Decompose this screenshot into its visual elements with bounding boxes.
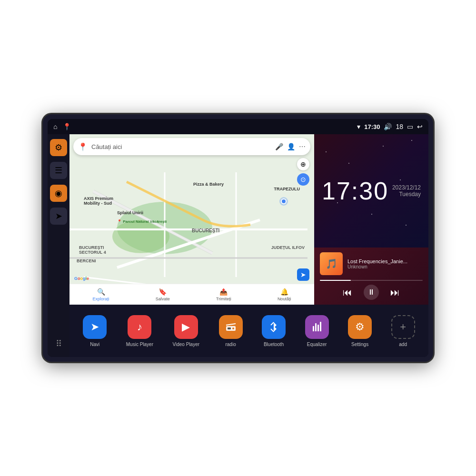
music-text: Lost Frequencies_Janie... Unknown (347, 258, 423, 269)
map-nav-explore[interactable]: 🔍 Explorați (93, 288, 109, 301)
svg-line-13 (226, 324, 236, 325)
svg-point-14 (232, 327, 234, 329)
app-radio[interactable]: radio (219, 315, 243, 347)
map-section[interactable]: 📍 Căutați aici 🎤 👤 ⋯ AXIS PremiumMobilit… (69, 134, 314, 305)
map-label-sec4: BUCUREȘTISECTORUL 4 (79, 245, 106, 255)
music-player-label: Music Player (126, 342, 153, 347)
star-7 (406, 225, 407, 226)
map-label-trap: TRAPEZULU (274, 187, 300, 191)
prev-button[interactable]: ⏮ (343, 287, 352, 298)
user-icon[interactable]: 👤 (287, 143, 295, 150)
app-equalizer[interactable]: Equalizer (305, 315, 329, 347)
sidebar-btn-location[interactable]: ◉ (50, 185, 67, 202)
video-player-label: Video Player (173, 342, 200, 347)
map-bottom-nav: 🔍 Explorați 🔖 Salvate 📤 Trimiteți (69, 284, 314, 305)
radio-icon (219, 315, 243, 339)
sidebar-btn-nav[interactable]: ➤ (50, 208, 67, 225)
map-label-ilfov: JUDEȚUL ILFOV (271, 245, 305, 250)
map-label-parc: 📍 Parcul Natural Văcărești (117, 219, 167, 224)
sidebar-btn-grid[interactable]: ⠿ (50, 335, 67, 352)
star-8 (411, 140, 412, 141)
back-icon[interactable]: ↩ (417, 123, 423, 130)
map-label-axis: AXIS PremiumMobility - Sud (84, 196, 113, 206)
bluetooth-label: Bluetooth (264, 342, 284, 347)
settings-app-icon: ⚙ (348, 315, 372, 339)
status-time: 17:30 (364, 123, 380, 130)
equalizer-icon (305, 315, 329, 339)
music-widget: 🎵 Lost Frequencies_Janie... Unknown (314, 248, 428, 305)
settings-label: Settings (351, 342, 368, 347)
news-icon: 🔔 (280, 288, 288, 296)
device-screen: ⌂ 📍 ▾ 17:30 🔊 18 ▭ ↩ ⚙ ☰ (48, 119, 428, 357)
map-label-pizza: Pizza & Bakery (193, 182, 224, 187)
location-dot (281, 198, 287, 204)
nav-icon: ➤ (55, 211, 62, 221)
play-pause-button[interactable]: ⏸ (364, 285, 379, 300)
add-icon: + (391, 315, 415, 339)
grid-icon: ⠿ (56, 338, 62, 349)
device-frame: ⌂ 📍 ▾ 17:30 🔊 18 ▭ ↩ ⚙ ☰ (43, 114, 433, 362)
star-4 (400, 179, 401, 180)
svg-rect-15 (228, 327, 231, 329)
map-nav-saved[interactable]: 🔖 Salvate (156, 288, 170, 301)
explore-icon: 🔍 (97, 288, 105, 296)
app-grid-section: ➤ Navi ♪ Music Player ▶ (69, 305, 428, 357)
svg-rect-20 (313, 326, 314, 327)
album-art: 🎵 (320, 252, 343, 275)
next-button[interactable]: ⏭ (390, 287, 400, 298)
menu-icon: ☰ (55, 165, 62, 176)
sidebar-btn-menu[interactable]: ☰ (50, 162, 67, 179)
map-search-bar[interactable]: 📍 Căutați aici 🎤 👤 ⋯ (73, 138, 310, 155)
add-label: add (399, 342, 407, 347)
equalizer-label: Equalizer (307, 342, 327, 347)
location-status-icon: 📍 (63, 123, 71, 130)
svg-rect-18 (317, 326, 319, 331)
app-video-player[interactable]: ▶ Video Player (173, 315, 200, 347)
svg-rect-16 (313, 327, 314, 331)
star-2 (348, 163, 349, 164)
sidebar-btn-settings[interactable]: ⚙ (50, 139, 67, 156)
app-settings[interactable]: ⚙ Settings (348, 315, 372, 347)
volume-icon: 🔊 (384, 123, 392, 130)
svg-rect-23 (320, 322, 321, 323)
map-label-berceni: BERCENI (77, 258, 96, 263)
battery-num: 18 (396, 123, 403, 130)
app-bluetooth[interactable]: Bluetooth (262, 315, 286, 347)
clock-date-info: 2023/12/12 Tuesday (392, 184, 421, 198)
nav-arrow[interactable]: ➤ (297, 268, 309, 281)
saved-icon: 🔖 (159, 288, 167, 296)
compass[interactable]: ⊕ (297, 158, 309, 170)
map-nav-send[interactable]: 📤 Trimiteți (216, 288, 231, 301)
app-grid: ➤ Navi ♪ Music Player ▶ (77, 315, 421, 347)
sidebar: ⚙ ☰ ◉ ➤ ⠿ (48, 134, 69, 357)
svg-rect-21 (315, 323, 317, 325)
star-3 (383, 146, 384, 147)
app-navi[interactable]: ➤ Navi (83, 315, 107, 347)
music-controls: ⏮ ⏸ ⏭ (320, 285, 423, 300)
map-label-buc: BUCUREȘTI (192, 228, 219, 233)
map-nav-news[interactable]: 🔔 Noutăți (278, 288, 291, 301)
progress-fill (320, 280, 351, 281)
wifi-icon: ▾ (357, 123, 360, 130)
progress-bar (320, 280, 423, 281)
app-add[interactable]: + add (391, 315, 415, 347)
svg-rect-22 (317, 325, 319, 326)
app-music-player[interactable]: ♪ Music Player (126, 315, 153, 347)
status-bar: ⌂ 📍 ▾ 17:30 🔊 18 ▭ ↩ (48, 119, 428, 134)
clock-time: 17:30 (322, 177, 388, 205)
settings-icon: ⚙ (55, 142, 62, 153)
location-icon: ◉ (55, 188, 62, 198)
send-icon: 📤 (219, 288, 228, 296)
clock-date: 2023/12/12 (392, 184, 421, 191)
gps-button[interactable]: ⊙ (297, 173, 309, 186)
right-panel: 17:30 2023/12/12 Tuesday 🎵 (314, 134, 428, 305)
google-maps-icon: 📍 (78, 142, 88, 151)
google-logo: Google (74, 276, 89, 281)
battery-icon: ▭ (407, 123, 413, 130)
svg-rect-19 (320, 323, 321, 331)
more-icon[interactable]: ⋯ (299, 143, 306, 150)
search-field[interactable]: Căutați aici (91, 143, 271, 150)
map-label-splaiulunit: Splaiul Unirii (117, 210, 143, 215)
mic-icon[interactable]: 🎤 (275, 143, 283, 150)
music-player-icon: ♪ (128, 315, 151, 339)
